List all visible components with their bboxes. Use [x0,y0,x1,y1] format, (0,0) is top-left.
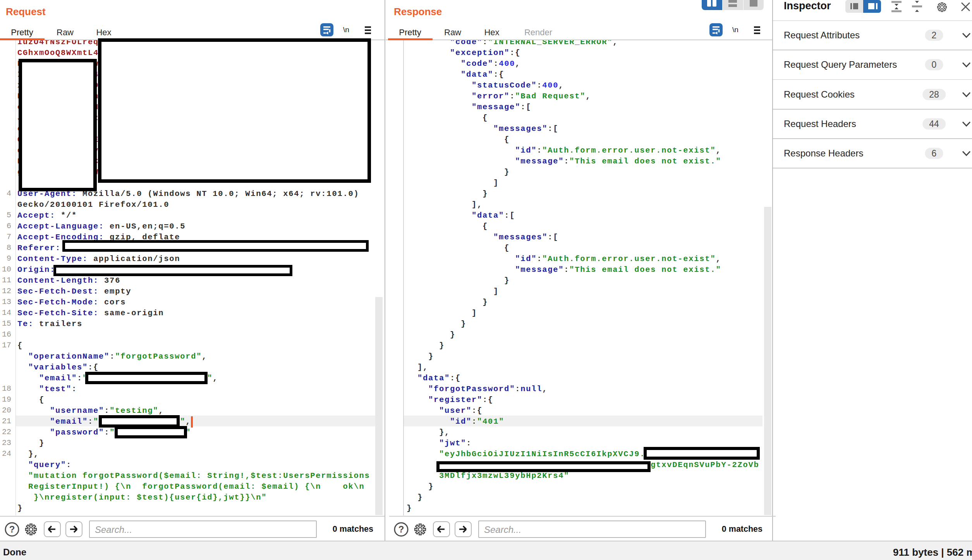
svg-text:?: ? [9,524,15,534]
svg-text:?: ? [398,524,404,534]
